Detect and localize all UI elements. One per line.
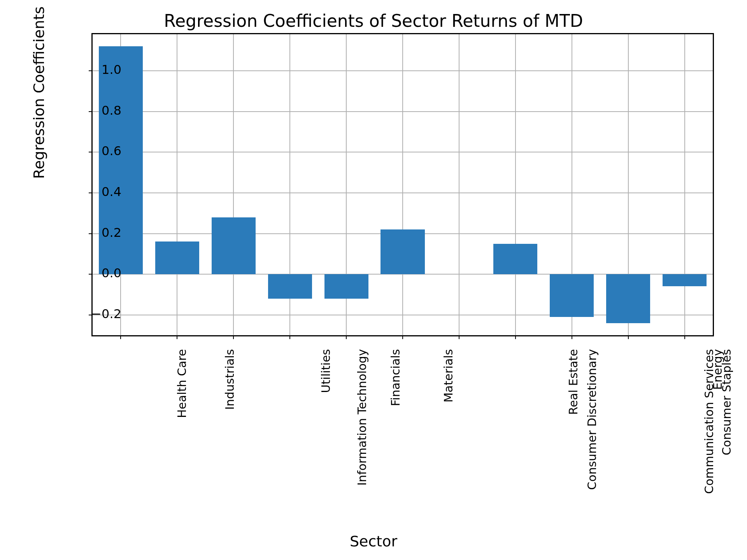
bar — [550, 274, 594, 317]
x-tick-mark — [684, 335, 685, 339]
bar — [381, 229, 424, 274]
x-tick-mark — [459, 335, 459, 339]
x-tick-mark — [289, 335, 290, 339]
y-tick-label: 0.6 — [44, 144, 121, 158]
x-tick-label: Health Care — [175, 349, 189, 418]
bar — [663, 274, 707, 286]
x-axis-label: Sector — [0, 533, 747, 550]
grid-line-vertical — [459, 34, 459, 335]
x-tick-mark — [572, 335, 572, 339]
grid-line-vertical — [515, 34, 516, 335]
x-tick-label: Financials — [389, 349, 402, 406]
grid-line-vertical — [684, 34, 685, 335]
x-tick-label: Materials — [442, 349, 455, 403]
y-tick-label: 0.8 — [44, 103, 121, 118]
chart-title: Regression Coefficients of Sector Return… — [0, 11, 747, 31]
bar — [212, 217, 256, 274]
x-tick-mark — [628, 335, 629, 339]
x-tick-label: Information Technology — [356, 349, 369, 486]
x-tick-mark — [177, 335, 177, 339]
bar — [155, 242, 199, 274]
bar — [268, 274, 312, 299]
x-tick-label: Energy — [711, 349, 724, 390]
bar — [606, 274, 650, 323]
bar — [493, 244, 537, 274]
x-tick-label: Real Estate — [566, 349, 580, 415]
grid-line-vertical — [233, 34, 234, 335]
x-tick-mark — [402, 335, 403, 339]
x-tick-mark — [515, 335, 516, 339]
y-tick-label: −0.2 — [44, 306, 121, 321]
x-tick-label: Consumer Discretionary — [585, 349, 599, 490]
x-tick-mark — [233, 335, 234, 339]
bar — [324, 274, 368, 299]
grid-line-vertical — [177, 34, 177, 335]
x-tick-mark — [120, 335, 121, 339]
x-tick-mark — [346, 335, 347, 339]
chart-container: Regression Coefficients of Sector Return… — [0, 0, 747, 560]
y-tick-label: 0.4 — [44, 184, 121, 199]
y-tick-label: 0.0 — [44, 266, 121, 280]
grid-line-vertical — [402, 34, 403, 335]
bar — [99, 46, 143, 274]
y-tick-label: 1.0 — [44, 62, 121, 77]
y-tick-label: 0.2 — [44, 225, 121, 240]
plot-area — [91, 33, 714, 336]
x-tick-label: Industrials — [223, 349, 237, 410]
x-tick-label: Utilities — [319, 349, 333, 393]
